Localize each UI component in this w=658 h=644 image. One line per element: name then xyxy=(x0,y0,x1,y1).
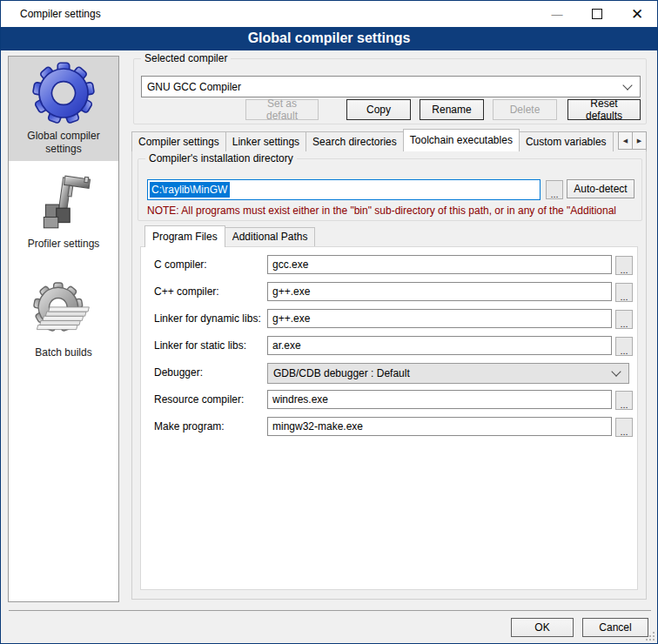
field-label: Resource compiler: xyxy=(154,393,244,406)
browse-button[interactable]: ... xyxy=(615,310,633,329)
page-title: Global compiler settings xyxy=(1,27,657,50)
set-as-default-button[interactable]: Set as default xyxy=(245,99,319,120)
settings-category-list: Global compiler settings Pr xyxy=(8,56,119,602)
compiler-select-value: GNU GCC Compiler xyxy=(142,81,624,93)
tab-search-directories[interactable]: Search directories xyxy=(306,131,404,151)
sidebar-item-label: Batch builds xyxy=(35,346,91,359)
compiler-settings-window: Compiler settings — ✕ Global compiler se… xyxy=(0,0,658,644)
tab-scroll-left-icon[interactable]: ◀ xyxy=(618,131,633,150)
tab-additional-paths[interactable]: Additional Paths xyxy=(225,227,316,246)
cancel-button[interactable]: Cancel xyxy=(582,618,648,637)
sidebar-item-label: Profiler settings xyxy=(28,238,100,251)
window-title: Compiler settings xyxy=(20,8,101,20)
make-program-input[interactable] xyxy=(267,417,612,436)
note-text: NOTE: All programs must exist either in … xyxy=(147,205,634,217)
toolchain-executables-page: Compiler's installation directory C:\ray… xyxy=(131,151,647,600)
field-row-c-compiler: C compiler: ... xyxy=(141,255,637,276)
selected-compiler-group: Selected compiler GNU GCC Compiler Set a… xyxy=(133,58,647,124)
browse-button[interactable]: ... xyxy=(615,337,633,356)
sidebar-item-profiler-settings[interactable]: Profiler settings xyxy=(9,168,118,256)
delete-button[interactable]: Delete xyxy=(493,99,557,120)
tab-compiler-settings[interactable]: Compiler settings xyxy=(131,131,226,151)
field-row-linker-dynamic: Linker for dynamic libs: ... xyxy=(141,309,637,330)
auto-detect-button[interactable]: Auto-detect xyxy=(567,179,634,198)
titlebar: Compiler settings — ✕ xyxy=(1,1,657,27)
settings-tabstrip: Compiler settings Linker settings Search… xyxy=(131,129,647,151)
program-files-panel: C compiler: ... C++ compiler: ... Linker… xyxy=(140,246,638,590)
sidebar-item-label: Global compiler settings xyxy=(10,130,117,156)
installation-directory-group: Compiler's installation directory C:\ray… xyxy=(138,158,642,221)
reset-defaults-button[interactable]: Reset defaults xyxy=(567,99,641,120)
linker-static-input[interactable] xyxy=(267,336,612,355)
field-label: Linker for static libs: xyxy=(154,339,246,352)
tab-custom-variables[interactable]: Custom variables xyxy=(519,131,614,151)
maximize-icon xyxy=(592,9,602,19)
sidebar-item-batch-builds[interactable]: Batch builds xyxy=(9,275,118,365)
copy-button[interactable]: Copy xyxy=(346,99,411,120)
group-label: Selected compiler xyxy=(141,52,231,64)
field-row-resource-compiler: Resource compiler: ... xyxy=(141,390,637,411)
field-row-debugger: Debugger: GDB/CDB debugger : Default xyxy=(141,363,637,384)
browse-button[interactable]: ... xyxy=(615,418,633,437)
caliper-icon xyxy=(35,172,92,233)
chevron-down-icon xyxy=(622,80,632,90)
browse-button[interactable]: ... xyxy=(615,256,633,275)
blue-gear-icon xyxy=(32,61,95,125)
resize-grip[interactable] xyxy=(646,632,655,641)
field-label: Linker for dynamic libs: xyxy=(154,312,261,325)
selected-path-text: C:\raylib\MinGW xyxy=(150,182,230,198)
field-row-linker-static: Linker for static libs: ... xyxy=(141,336,637,357)
cpp-compiler-input[interactable] xyxy=(267,282,612,301)
tab-program-files[interactable]: Program Files xyxy=(144,225,225,247)
field-label: Make program: xyxy=(154,420,225,433)
close-button[interactable]: ✕ xyxy=(617,1,657,27)
field-label: C++ compiler: xyxy=(154,285,219,298)
gray-gear-stack-icon xyxy=(33,279,94,342)
browse-button[interactable]: ... xyxy=(615,391,633,410)
sidebar-item-global-compiler-settings[interactable]: Global compiler settings xyxy=(9,57,118,161)
debugger-select-value: GDB/CDB debugger : Default xyxy=(268,367,613,379)
tab-toolchain-executables[interactable]: Toolchain executables xyxy=(403,129,520,151)
group-label: Compiler's installation directory xyxy=(145,152,297,164)
files-tabstrip: Program Files Additional Paths xyxy=(144,225,314,246)
compiler-select[interactable]: GNU GCC Compiler xyxy=(141,76,641,97)
resource-compiler-input[interactable] xyxy=(267,390,612,409)
field-row-cpp-compiler: C++ compiler: ... xyxy=(141,282,637,303)
linker-dynamic-input[interactable] xyxy=(267,309,612,328)
browse-button[interactable]: ... xyxy=(615,283,633,302)
browse-directory-button[interactable]: ... xyxy=(546,180,563,199)
chevron-down-icon xyxy=(611,366,621,376)
footer-separator xyxy=(9,610,651,611)
minimize-button[interactable]: — xyxy=(537,1,577,27)
c-compiler-input[interactable] xyxy=(267,255,612,274)
tab-scroll-right-icon[interactable]: ▶ xyxy=(632,131,647,150)
ok-button[interactable]: OK xyxy=(511,618,574,637)
field-label: Debugger: xyxy=(154,366,203,379)
maximize-button[interactable] xyxy=(577,1,617,27)
installation-directory-input[interactable]: C:\raylib\MinGW xyxy=(147,179,540,200)
tab-scroll-arrows: ◀ ▶ xyxy=(619,131,647,150)
field-label: C compiler: xyxy=(154,258,207,271)
debugger-select[interactable]: GDB/CDB debugger : Default xyxy=(267,363,629,384)
tab-linker-settings[interactable]: Linker settings xyxy=(225,131,306,151)
field-row-make-program: Make program: ... xyxy=(141,417,637,438)
rename-button[interactable]: Rename xyxy=(420,99,484,120)
